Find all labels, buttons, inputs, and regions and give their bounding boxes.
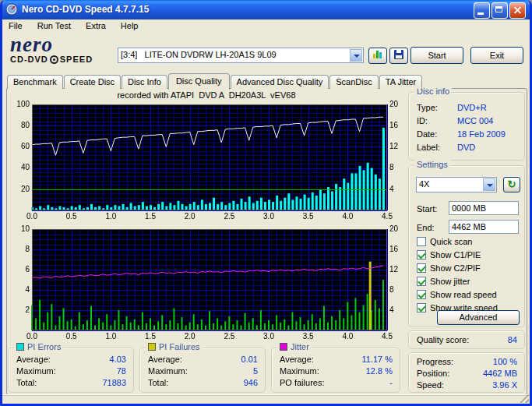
pi-failures-title: PI Failures — [159, 342, 200, 351]
checkbox-label: Quick scan — [430, 237, 472, 246]
position-label: Position: — [417, 369, 449, 378]
chevron-down-icon[interactable] — [350, 49, 362, 62]
position-value: 4462 MB — [483, 369, 517, 378]
checkbox-show-jitter[interactable]: Show jitter — [417, 276, 470, 287]
checkbox-box[interactable] — [417, 277, 426, 286]
tab-advanced-disc-quality[interactable]: Advanced Disc Quality — [231, 75, 329, 89]
pif-maximum-value: 5 — [253, 366, 258, 376]
settings-panel: Settings 4X ↻ Start: End: Quick scan Sho… — [408, 165, 525, 327]
pif-maximum-label: Maximum: — [148, 366, 188, 376]
nero-logo: nero CD-DVD SPEED — [10, 34, 115, 64]
graph-options-button[interactable] — [368, 48, 387, 64]
recorded-with-label: recorded with ATAPI DVD A DH20A3L vEV68 — [9, 90, 404, 100]
po-failures-label: PO failures: — [280, 378, 324, 387]
checkbox-label: Show C2/PIF — [430, 263, 481, 273]
disc-label-value: DVD — [457, 143, 475, 152]
drive-selector[interactable]: [3:4] LITE-ON DVDRW LH-20A1S 9L09 — [118, 48, 364, 63]
pi-failures-legend-color — [148, 343, 156, 351]
pi-errors-chart — [9, 100, 404, 223]
settings-title: Settings — [417, 160, 448, 169]
checkbox-label: Show read speed — [430, 290, 497, 299]
pi-errors-panel: PI Errors Average:4.03 Maximum:78 Total:… — [8, 348, 134, 393]
pie-average-value: 4.03 — [110, 355, 126, 364]
disc-date-label: Date: — [417, 129, 437, 139]
checkbox-box[interactable] — [417, 290, 426, 299]
resize-grip[interactable] — [520, 394, 529, 403]
tab-benchmark[interactable]: Benchmark — [7, 75, 63, 89]
menu-run-test[interactable]: Run Test — [31, 19, 77, 32]
speed-value: 3.96 X — [492, 380, 517, 390]
jitter-average-value: 11.17 % — [361, 355, 393, 364]
pif-average-value: 0.01 — [241, 355, 258, 364]
checkbox-quick-scan[interactable]: Quick scan — [417, 236, 472, 247]
disc-label-label: Label: — [417, 143, 440, 152]
start-position-input[interactable] — [449, 201, 519, 215]
jitter-maximum-value: 12.8 % — [366, 366, 393, 376]
checkbox-box[interactable] — [417, 250, 426, 259]
jitter-panel: Jitter Average:11.17 % Maximum:12.8 % PO… — [271, 348, 400, 393]
pif-total-value: 946 — [244, 378, 258, 387]
disc-icon — [50, 55, 58, 64]
logo-cddvd-text: CD-DVD — [10, 55, 48, 64]
logo-speed-text: SPEED — [60, 55, 93, 64]
jitter-average-label: Average: — [280, 355, 314, 364]
maximize-button[interactable] — [491, 2, 508, 19]
pie-total-label: Total: — [16, 378, 37, 387]
jitter-title: Jitter — [291, 342, 309, 351]
chart-icon — [373, 50, 382, 58]
save-results-button[interactable] — [389, 48, 408, 64]
tab-disc-quality[interactable]: Disc Quality — [168, 73, 230, 90]
menu-help[interactable]: Help — [115, 19, 145, 32]
checkbox-box[interactable] — [417, 303, 426, 312]
checkbox-show-read-speed[interactable]: Show read speed — [417, 289, 497, 300]
tab-strip: Benchmark Create Disc Disc Info Disc Qua… — [7, 74, 423, 89]
pi-errors-legend-color — [16, 343, 24, 351]
disc-id-value: MCC 004 — [457, 116, 493, 125]
checkbox-show-c2-pif[interactable]: Show C2/PIF — [417, 263, 481, 274]
tab-create-disc[interactable]: Create Disc — [64, 75, 121, 89]
menu-extra[interactable]: Extra — [79, 19, 112, 32]
scan-speed-select[interactable]: 4X — [416, 177, 497, 192]
jitter-legend-color — [280, 343, 287, 351]
app-window: Nero CD-DVD Speed 4.7.7.15 File Run Test… — [0, 0, 532, 406]
tab-ta-jitter[interactable]: TA Jitter — [379, 75, 423, 89]
close-button[interactable] — [509, 2, 526, 19]
start-position-label: Start: — [417, 204, 437, 214]
checkbox-box[interactable] — [417, 237, 426, 246]
refresh-button[interactable]: ↻ — [503, 177, 520, 192]
tab-scandisc[interactable]: ScanDisc — [329, 75, 378, 89]
window-title: Nero CD-DVD Speed 4.7.7.15 — [22, 0, 149, 19]
pi-failures-panel: PI Failures Average:0.01 Maximum:5 Total… — [139, 348, 266, 393]
pie-average-label: Average: — [16, 355, 51, 364]
tab-disc-info[interactable]: Disc Info — [122, 75, 167, 89]
po-failures-value: - — [389, 378, 393, 387]
progress-panel: Progress:100 % Position:4462 MB Speed:3.… — [408, 352, 525, 393]
minimize-button[interactable] — [474, 2, 490, 19]
pi-errors-title: PI Errors — [27, 342, 61, 351]
checkbox-show-c1-pie[interactable]: Show C1/PIE — [417, 249, 481, 260]
quality-score-panel: Quality score: 84 — [408, 330, 525, 349]
scan-speed-value: 4X — [419, 179, 481, 189]
checkbox-box[interactable] — [417, 263, 426, 273]
disc-id-label: ID: — [417, 116, 428, 125]
disc-type-value: DVD+R — [457, 103, 487, 112]
start-button[interactable]: Start — [410, 47, 463, 64]
menu-file[interactable]: File — [2, 19, 29, 32]
exit-button[interactable]: Exit — [470, 47, 523, 64]
pi-failures-jitter-chart — [9, 224, 404, 343]
advanced-button[interactable]: Advanced — [437, 310, 520, 325]
quality-score-label: Quality score: — [417, 335, 469, 344]
checkbox-label: Show jitter — [430, 277, 470, 286]
drive-selector-value: [3:4] LITE-ON DVDRW LH-20A1S 9L09 — [121, 50, 347, 59]
progress-label: Progress: — [417, 357, 453, 366]
pif-total-label: Total: — [148, 378, 168, 387]
progress-value: 100 % — [493, 357, 517, 366]
end-position-input[interactable] — [449, 220, 519, 234]
nero-logo-subtext: CD-DVD SPEED — [10, 55, 115, 64]
disc-info-panel: Disc info Type:DVD+R ID:MCC 004 Date:18 … — [408, 92, 525, 161]
menu-bar: File Run Test Extra Help — [2, 19, 530, 34]
quality-score-value: 84 — [508, 335, 517, 344]
checkbox-label: Show C1/PIE — [430, 250, 481, 259]
disc-type-label: Type: — [417, 103, 438, 112]
chevron-down-icon[interactable] — [483, 178, 495, 191]
